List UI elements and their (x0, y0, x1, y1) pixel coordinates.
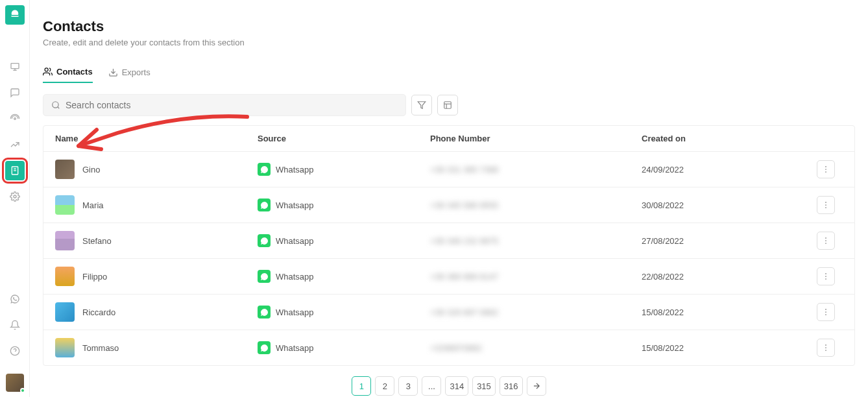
source-label: Whatsapp (276, 307, 314, 317)
created-date: 24/09/2022 (642, 165, 817, 174)
created-date: 22/08/2022 (642, 272, 817, 282)
whatsapp-icon (258, 234, 271, 247)
svg-point-21 (825, 207, 826, 208)
row-menu-button[interactable] (817, 196, 835, 214)
table-header: Name Source Phone Number Created on (43, 126, 854, 152)
source-label: Whatsapp (276, 236, 314, 246)
contact-name: Maria (82, 200, 104, 210)
created-date: 27/08/2022 (642, 236, 817, 246)
table-row[interactable]: MariaWhatsapp+39 345 586 955530/08/2022 (43, 187, 854, 223)
contact-name: Gino (82, 165, 100, 174)
contact-name: Stefano (82, 236, 112, 246)
contact-name: Filippo (82, 272, 107, 282)
whatsapp-icon (258, 270, 271, 283)
svg-point-30 (825, 314, 826, 315)
svg-point-3 (14, 118, 16, 120)
tab-label: Contacts (56, 67, 93, 77)
next-page-button[interactable] (527, 376, 546, 396)
status-dot-online (20, 388, 25, 393)
page-subtitle: Create, edit and delete your contacts fr… (43, 38, 855, 47)
page-title: Contacts (43, 18, 855, 35)
svg-point-33 (825, 350, 826, 351)
svg-point-31 (825, 344, 826, 346)
whatsapp-icon (258, 341, 271, 354)
contact-avatar (55, 195, 75, 215)
help-icon[interactable] (5, 341, 25, 361)
table-row[interactable]: RiccardoWhatsapp+39 329 897 088215/08/20… (43, 295, 854, 330)
app-logo[interactable] (5, 5, 25, 25)
created-date: 15/08/2022 (642, 307, 817, 317)
search-box[interactable] (43, 94, 406, 116)
whatsapp-icon (258, 163, 271, 176)
contacts-nav-icon[interactable] (5, 161, 25, 180)
svg-point-19 (825, 202, 826, 203)
page-button[interactable]: 316 (500, 376, 523, 396)
phone-number: +39 331 385 7388 (430, 165, 498, 174)
source-label: Whatsapp (276, 272, 314, 282)
source-label: Whatsapp (276, 165, 314, 174)
contacts-table: Name Source Phone Number Created on Gino… (43, 125, 855, 366)
page-button[interactable]: 315 (472, 376, 496, 396)
svg-point-27 (825, 278, 826, 280)
search-input[interactable] (66, 100, 398, 110)
table-row[interactable]: GinoWhatsapp+39 331 385 738824/09/2022 (43, 152, 854, 187)
svg-point-18 (825, 171, 826, 173)
page-button[interactable]: 3 (398, 376, 418, 396)
page-button[interactable]: 2 (375, 376, 394, 396)
phone-number: +39 369 989 8147 (430, 272, 498, 282)
contact-avatar (55, 302, 75, 322)
source-label: Whatsapp (276, 343, 314, 353)
table-row[interactable]: StefanoWhatsapp+39 349 232 987527/08/202… (43, 223, 854, 259)
whatsapp-icon (258, 306, 271, 319)
bell-icon[interactable] (5, 315, 25, 335)
svg-point-16 (825, 166, 826, 167)
page-button[interactable]: 1 (352, 376, 371, 396)
header-name[interactable]: Name (55, 134, 258, 143)
contact-avatar (55, 338, 75, 357)
contact-avatar (55, 267, 75, 286)
columns-icon (443, 101, 452, 110)
row-menu-button[interactable] (817, 303, 835, 321)
contact-avatar (55, 160, 75, 179)
tab-label: Exports (122, 67, 151, 77)
user-avatar[interactable] (6, 374, 24, 392)
svg-point-17 (825, 169, 826, 170)
search-icon (51, 101, 60, 110)
page-button[interactable]: 314 (445, 376, 468, 396)
svg-point-32 (825, 347, 826, 348)
whatsapp-icon (258, 198, 271, 211)
trend-icon[interactable] (5, 135, 25, 154)
columns-button[interactable] (437, 95, 458, 115)
header-source[interactable]: Source (258, 134, 430, 143)
svg-rect-13 (444, 102, 452, 109)
broadcast-icon[interactable] (5, 109, 25, 128)
created-date: 30/08/2022 (642, 200, 817, 210)
svg-point-23 (825, 240, 826, 241)
row-menu-button[interactable] (817, 339, 835, 357)
svg-marker-12 (418, 102, 426, 109)
chat-icon[interactable] (5, 83, 25, 102)
pagination: 123...314315316 (43, 366, 855, 397)
download-icon (108, 67, 118, 77)
svg-point-10 (53, 102, 58, 108)
settings-icon[interactable] (5, 187, 25, 206)
row-menu-button[interactable] (817, 160, 835, 178)
svg-point-7 (14, 195, 16, 198)
arrow-right-icon (532, 381, 541, 391)
row-menu-button[interactable] (817, 267, 835, 285)
svg-point-9 (45, 68, 48, 71)
header-created[interactable]: Created on (642, 134, 817, 143)
tab-contacts[interactable]: Contacts (43, 62, 93, 83)
table-row[interactable]: FilippoWhatsapp+39 369 989 814722/08/202… (43, 259, 854, 295)
monitor-icon[interactable] (5, 57, 25, 77)
users-icon (43, 67, 53, 77)
contact-name: Tommaso (82, 343, 119, 353)
tab-exports[interactable]: Exports (108, 62, 151, 83)
sidebar (0, 0, 30, 397)
contact-name: Riccardo (82, 307, 115, 317)
whatsapp-icon[interactable] (5, 289, 25, 309)
table-row[interactable]: TommasoWhatsapp+329897088215/08/2022 (43, 330, 854, 365)
filter-button[interactable] (411, 95, 432, 115)
row-menu-button[interactable] (817, 232, 835, 250)
header-phone[interactable]: Phone Number (430, 134, 642, 143)
